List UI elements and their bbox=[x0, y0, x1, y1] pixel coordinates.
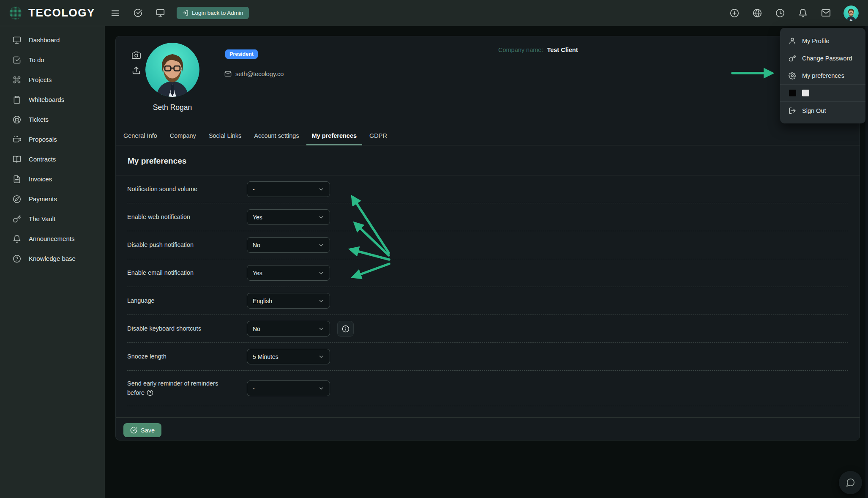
compass-icon bbox=[13, 195, 21, 203]
sidebar-item-label: The Vault bbox=[29, 215, 55, 222]
form-row-disable-push-notification: Disable push notification No bbox=[127, 231, 848, 259]
chevron-down-icon bbox=[318, 186, 324, 192]
sidebar-item-label: Proposals bbox=[29, 136, 57, 143]
plus-circle-icon[interactable] bbox=[729, 8, 740, 19]
save-button[interactable]: Save bbox=[123, 423, 161, 437]
gear-icon bbox=[789, 72, 796, 79]
coffee-icon bbox=[13, 135, 21, 144]
tab-company[interactable]: Company bbox=[164, 126, 202, 145]
command-icon bbox=[13, 76, 21, 84]
chat-bubble-icon[interactable] bbox=[839, 471, 862, 494]
field-label: Disable keyboard shortcuts bbox=[127, 324, 247, 334]
field-label: Enable email notification bbox=[127, 268, 247, 278]
sidebar-item-label: Tickets bbox=[29, 116, 49, 123]
chevron-down-icon bbox=[318, 326, 324, 332]
sidebar-item-announcements[interactable]: Announcements bbox=[0, 229, 105, 249]
profile-email: seth@tecology.co bbox=[235, 71, 284, 77]
language-select[interactable]: English bbox=[247, 293, 330, 309]
preferences-form: Notification sound volume - Enable web n… bbox=[116, 175, 860, 437]
menu-icon[interactable] bbox=[110, 8, 121, 19]
tab-my-preferences[interactable]: My preferences bbox=[306, 126, 363, 145]
disable-push-notification-select[interactable]: No bbox=[247, 237, 330, 253]
user-icon bbox=[789, 37, 796, 45]
logo-globe-icon bbox=[8, 6, 23, 20]
profile-email-row: seth@tecology.co bbox=[224, 70, 284, 77]
menu-item-my-preferences[interactable]: My preferences bbox=[780, 67, 865, 84]
user-avatar-button[interactable] bbox=[843, 5, 859, 21]
company-name-value: Test Client bbox=[547, 47, 578, 53]
mail-icon[interactable] bbox=[820, 7, 832, 19]
sidebar-item-projects[interactable]: Projects bbox=[0, 70, 105, 90]
sidebar-item-contracts[interactable]: Contracts bbox=[0, 149, 105, 169]
enable-web-notification-select[interactable]: Yes bbox=[247, 209, 330, 225]
save-bar: Save bbox=[116, 417, 860, 437]
field-label: Enable web notification bbox=[127, 213, 247, 222]
sidebar-item-todo[interactable]: To do bbox=[0, 50, 105, 70]
book-open-icon bbox=[13, 155, 21, 164]
camera-icon[interactable] bbox=[132, 51, 141, 60]
scrollbar[interactable] bbox=[865, 26, 868, 498]
sidebar-item-label: Dashboard bbox=[29, 36, 60, 44]
form-row-snooze-length: Snooze length 5 Minutes bbox=[127, 343, 848, 371]
company-name-row: Company name: Test Client bbox=[498, 47, 578, 53]
avatar[interactable] bbox=[145, 43, 199, 97]
upload-icon[interactable] bbox=[132, 66, 141, 75]
sidebar-item-knowledge-base[interactable]: Knowledge base bbox=[0, 249, 105, 268]
monitor-icon bbox=[13, 36, 21, 44]
tab-general-info[interactable]: General Info bbox=[117, 126, 164, 145]
life-buoy-icon bbox=[13, 115, 21, 124]
menu-item-change-password[interactable]: Change Password bbox=[780, 49, 865, 67]
sidebar-item-tickets[interactable]: Tickets bbox=[0, 109, 105, 129]
profile-card: Seth Rogan President seth@tecology.co Co… bbox=[115, 36, 860, 441]
sidebar-item-label: Invoices bbox=[29, 175, 52, 183]
key-icon bbox=[789, 55, 796, 62]
chevron-down-icon bbox=[318, 214, 324, 220]
info-icon[interactable] bbox=[337, 321, 354, 337]
company-name-label: Company name: bbox=[498, 47, 543, 53]
sidebar-item-whiteboards[interactable]: Whiteboards bbox=[0, 90, 105, 109]
bell-icon[interactable] bbox=[797, 8, 808, 19]
sidebar-item-the-vault[interactable]: The Vault bbox=[0, 209, 105, 229]
mail-icon bbox=[224, 70, 232, 77]
chevron-down-icon bbox=[318, 298, 324, 304]
topbar-left-icons bbox=[110, 8, 166, 19]
sidebar-item-dashboard[interactable]: Dashboard bbox=[0, 30, 105, 50]
user-dropdown-menu: My Profile Change Password My preference… bbox=[780, 28, 865, 123]
profile-name: Seth Rogan bbox=[145, 103, 199, 112]
chevron-down-icon bbox=[318, 242, 324, 248]
disable-keyboard-shortcuts-select[interactable]: No bbox=[247, 321, 330, 337]
sidebar-item-invoices[interactable]: Invoices bbox=[0, 169, 105, 189]
login-back-to-admin-button[interactable]: Login back to Admin bbox=[177, 7, 249, 19]
brand-logo[interactable]: TECOLOGY bbox=[0, 6, 105, 20]
sidebar-item-proposals[interactable]: Proposals bbox=[0, 129, 105, 149]
field-label: Snooze length bbox=[127, 352, 247, 361]
form-row-send-early-reminder: Send early reminder of reminders before … bbox=[127, 371, 848, 406]
profile-header: Seth Rogan President seth@tecology.co Co… bbox=[116, 36, 860, 126]
snooze-length-select[interactable]: 5 Minutes bbox=[247, 349, 330, 364]
field-label: Language bbox=[127, 296, 247, 306]
sidebar-item-payments[interactable]: Payments bbox=[0, 189, 105, 209]
dark-theme-swatch[interactable] bbox=[789, 90, 796, 96]
form-row-disable-keyboard-shortcuts: Disable keyboard shortcuts No bbox=[127, 315, 848, 343]
login-back-label: Login back to Admin bbox=[192, 10, 243, 16]
notification-sound-volume-select[interactable]: - bbox=[247, 181, 330, 197]
chevron-down-icon bbox=[318, 270, 324, 276]
monitor-icon[interactable] bbox=[155, 8, 166, 18]
enable-email-notification-select[interactable]: Yes bbox=[247, 265, 330, 281]
tab-account-settings[interactable]: Account settings bbox=[248, 126, 305, 145]
help-circle-icon[interactable] bbox=[147, 389, 153, 396]
sidebar-item-label: Knowledge base bbox=[29, 255, 76, 262]
tab-gdpr[interactable]: GDPR bbox=[363, 126, 393, 145]
menu-item-sign-out[interactable]: Sign Out bbox=[780, 102, 865, 119]
send-early-reminder-select[interactable]: - bbox=[247, 380, 330, 396]
light-theme-swatch[interactable] bbox=[802, 90, 809, 96]
check-circle-icon[interactable] bbox=[133, 8, 143, 18]
bell-icon bbox=[13, 235, 21, 243]
theme-swatch-row bbox=[780, 85, 865, 101]
globe-icon[interactable] bbox=[752, 8, 763, 19]
clock-icon[interactable] bbox=[775, 8, 786, 19]
save-label: Save bbox=[141, 427, 155, 434]
menu-item-my-profile[interactable]: My Profile bbox=[780, 32, 865, 49]
form-row-enable-email-notification: Enable email notification Yes bbox=[127, 259, 848, 287]
tab-social-links[interactable]: Social Links bbox=[202, 126, 248, 145]
